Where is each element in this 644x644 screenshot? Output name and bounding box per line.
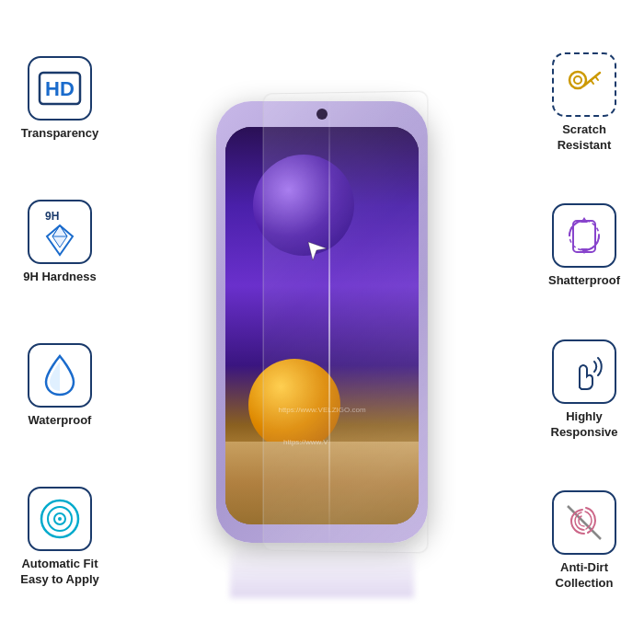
feature-hd-transparency: HD Transparency <box>21 56 99 142</box>
phone-area: https://www.VELZIGO.com https://www.V <box>120 0 524 644</box>
watermark-text2: https://www.V <box>283 438 328 446</box>
phone-reflection <box>230 543 414 598</box>
cursor-arrow <box>304 237 331 265</box>
feature-shatterproof: Shatterproof <box>548 203 620 289</box>
responsive-icon-box <box>552 339 616 404</box>
9h-icon-box: 9H <box>28 200 92 264</box>
svg-text:9H: 9H <box>45 210 59 223</box>
target-icon <box>36 495 84 543</box>
drop-icon <box>42 352 77 398</box>
hd-icon: HD <box>38 71 82 106</box>
main-container: HD Transparency 9H 9H Hardness <box>0 0 644 644</box>
svg-marker-12 <box>308 242 327 260</box>
left-features-panel: HD Transparency 9H 9H Hardness <box>0 0 120 644</box>
auto-fit-label: Automatic Fit Easy to Apply <box>20 557 98 588</box>
shatterproof-icon-box <box>552 203 616 268</box>
responsive-label: Highly Responsive <box>551 409 618 441</box>
phone-body: https://www.VELZIGO.com https://www.V <box>216 101 428 543</box>
scratch-icon-box <box>552 52 616 117</box>
feature-auto-fit: Automatic Fit Easy to Apply <box>20 487 98 588</box>
feature-9h-hardness: 9H 9H Hardness <box>23 200 96 285</box>
hd-label: Transparency <box>21 126 99 142</box>
waterproof-label: Waterproof <box>29 413 92 429</box>
key-icon <box>565 65 604 104</box>
anti-dirt-icon-box <box>552 490 616 555</box>
svg-text:HD: HD <box>45 77 75 100</box>
right-features-panel: Scratch Resistant Shatterproof <box>524 0 644 644</box>
svg-line-16 <box>595 76 598 80</box>
phone-screen: https://www.VELZIGO.com https://www.V <box>225 127 419 524</box>
feature-scratch-resistant: Scratch Resistant <box>552 52 616 154</box>
9h-label: 9H Hardness <box>23 270 96 285</box>
feature-highly-responsive: Highly Responsive <box>551 339 618 441</box>
waterproof-icon-box <box>28 343 92 408</box>
orange-ball <box>248 359 340 451</box>
fingerprint-icon <box>560 499 608 546</box>
watermark-text: https://www.VELZIGO.com <box>278 406 365 414</box>
svg-point-11 <box>58 517 62 521</box>
scratch-label: Scratch Resistant <box>558 122 612 154</box>
wood-area <box>225 442 419 524</box>
shatterproof-label: Shatterproof <box>548 273 620 289</box>
feature-anti-dirt: Anti-Dirt Collection <box>552 490 616 592</box>
hd-icon-box: HD <box>28 56 92 121</box>
auto-fit-icon-box <box>28 487 92 551</box>
anti-dirt-label: Anti-Dirt Collection <box>556 560 614 592</box>
feature-waterproof: Waterproof <box>28 343 92 429</box>
phone-wrapper: https://www.VELZIGO.com https://www.V <box>216 101 428 543</box>
screen-content: https://www.VELZIGO.com https://www.V <box>225 127 419 524</box>
diamond-icon: 9H <box>36 207 84 258</box>
rotate-phone-icon <box>560 212 608 259</box>
touch-icon <box>561 349 607 395</box>
svg-line-17 <box>591 80 593 84</box>
phone-notch <box>316 109 328 120</box>
svg-point-14 <box>574 76 581 84</box>
